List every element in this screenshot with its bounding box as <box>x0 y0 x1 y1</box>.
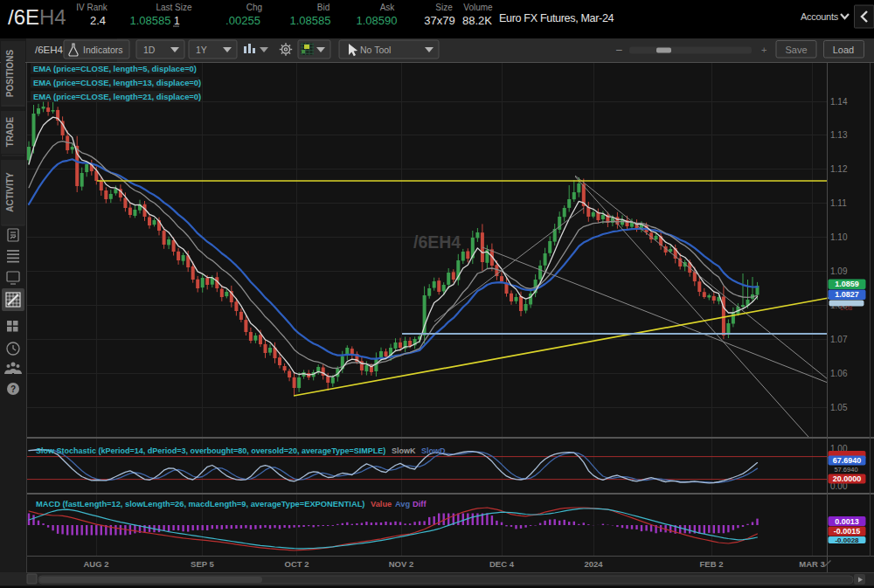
svg-text:No Tool: No Tool <box>360 45 391 55</box>
svg-text:/6EH4: /6EH4 <box>413 232 461 252</box>
svg-text:EMA (price=CLOSE, length=21, d: EMA (price=CLOSE, length=21, displace=0) <box>33 92 201 101</box>
svg-text:-0.0028: -0.0028 <box>835 536 859 544</box>
svg-text:SlowD: SlowD <box>421 446 446 455</box>
svg-text:Slow Stochastic (kPeriod=14, d: Slow Stochastic (kPeriod=14, dPeriod=3, … <box>36 446 385 455</box>
svg-text:H4: H4 <box>39 5 66 29</box>
svg-text:1: 1 <box>174 15 180 27</box>
svg-text:TRADE: TRADE <box>5 116 15 147</box>
svg-text:/6EH4: /6EH4 <box>35 45 64 55</box>
svg-text:2024: 2024 <box>584 559 603 569</box>
svg-text:2.4: 2.4 <box>90 14 106 27</box>
svg-text:1.0859: 1.0859 <box>835 280 859 288</box>
svg-text:1.13: 1.13 <box>830 130 848 140</box>
svg-text:POSITIONS: POSITIONS <box>5 49 15 97</box>
svg-text:1.11: 1.11 <box>830 198 847 208</box>
svg-text:.00255: .00255 <box>225 14 260 27</box>
svg-text:IV Rank: IV Rank <box>76 3 108 12</box>
svg-text:1.07: 1.07 <box>830 335 848 344</box>
svg-text:1.08585: 1.08585 <box>130 14 171 27</box>
svg-text:57.6940: 57.6940 <box>834 466 857 474</box>
svg-text:DEC 4: DEC 4 <box>489 559 515 569</box>
svg-text:Save: Save <box>785 45 807 55</box>
svg-text:-0.0015: -0.0015 <box>834 527 861 536</box>
svg-text:1D: 1D <box>143 45 156 55</box>
svg-text:1Y: 1Y <box>196 45 207 55</box>
svg-text:Diff: Diff <box>413 500 427 508</box>
svg-text:1.0827: 1.0827 <box>835 290 859 299</box>
svg-text:Load: Load <box>833 45 854 55</box>
svg-text:88.2K: 88.2K <box>462 14 492 27</box>
svg-text:1.08585: 1.08585 <box>290 14 331 27</box>
svg-text:+: + <box>761 45 766 55</box>
svg-text:Ask: Ask <box>380 3 396 12</box>
svg-text:OCT 2: OCT 2 <box>285 559 309 569</box>
svg-text:Chg: Chg <box>246 3 262 12</box>
svg-text:Size: Size <box>435 3 453 12</box>
svg-text:1.05: 1.05 <box>830 403 848 412</box>
svg-text:MACD (fastLength=12, slowLengt: MACD (fastLength=12, slowLength=26, macd… <box>36 500 364 508</box>
svg-text:1.09: 1.09 <box>830 266 848 276</box>
svg-text:EMA (price=CLOSE, length=5, di: EMA (price=CLOSE, length=5, displace=0) <box>33 64 197 73</box>
svg-text:1.06: 1.06 <box>830 369 848 378</box>
svg-text:/6E: /6E <box>8 5 39 29</box>
svg-text:Euro FX Futures, Mar-24: Euro FX Futures, Mar-24 <box>499 12 614 24</box>
svg-text:Bid: Bid <box>317 3 329 12</box>
svg-text:Accounts: Accounts <box>801 11 839 22</box>
svg-text:67.6940: 67.6940 <box>833 456 862 465</box>
svg-text:1.10: 1.10 <box>830 232 848 242</box>
svg-text:20.0000: 20.0000 <box>833 474 862 483</box>
svg-text:Last Size: Last Size <box>156 3 192 12</box>
svg-text:0.0013: 0.0013 <box>835 517 859 526</box>
svg-text:MAR 3: MAR 3 <box>799 559 825 569</box>
svg-text:ACTIVITY: ACTIVITY <box>5 172 15 212</box>
svg-text:NOV 2: NOV 2 <box>389 559 414 569</box>
svg-text:Indicators: Indicators <box>83 45 123 55</box>
svg-text:–: – <box>616 44 622 56</box>
svg-text:Value: Value <box>371 500 392 508</box>
svg-text:Avg: Avg <box>395 500 411 508</box>
svg-text:Volume: Volume <box>463 3 493 12</box>
svg-text:FEB 2: FEB 2 <box>700 559 724 569</box>
svg-text:1.12: 1.12 <box>830 164 848 174</box>
svg-text:1.08: 1.08 <box>840 304 853 312</box>
svg-text:1.08590: 1.08590 <box>357 14 398 27</box>
svg-text:AUG 2: AUG 2 <box>83 559 108 569</box>
svg-text:37x79: 37x79 <box>424 14 454 27</box>
svg-text:SlowK: SlowK <box>392 446 416 455</box>
svg-text:EMA (price=CLOSE, length=13, d: EMA (price=CLOSE, length=13, displace=0) <box>33 78 201 87</box>
svg-text:1.14: 1.14 <box>830 97 848 107</box>
svg-text:?: ? <box>10 384 16 394</box>
svg-text:SEP 5: SEP 5 <box>191 559 214 569</box>
